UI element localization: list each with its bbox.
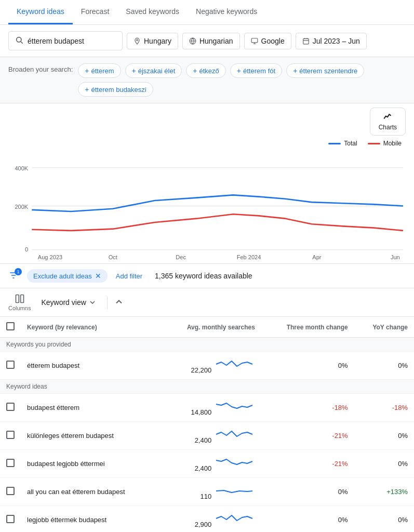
language-label: Hungarian: [199, 37, 233, 45]
row-checkbox-cell: [0, 478, 21, 506]
row-yoy: 0%: [354, 422, 414, 450]
row-checkbox[interactable]: [6, 515, 15, 523]
broaden-chip-1[interactable]: + éjszakai élet: [125, 63, 182, 78]
svg-rect-6: [16, 295, 19, 303]
x-label-jun: Jun: [391, 254, 400, 260]
row-three-month: 0%: [261, 352, 354, 380]
row-checkbox[interactable]: [6, 361, 15, 369]
add-filter-button[interactable]: Add filter: [116, 272, 142, 280]
date-range-label: Jul 2023 – Jun: [313, 37, 360, 45]
row-three-month: -18%: [261, 394, 354, 422]
th-avg-searches[interactable]: Avg. monthly searches: [160, 317, 261, 338]
svg-rect-7: [20, 295, 23, 303]
table-header-row: Keyword (by relevance) Avg. monthly sear…: [0, 317, 414, 338]
location-label: Hungary: [144, 37, 171, 45]
tab-saved-keywords[interactable]: Saved keywords: [117, 0, 188, 24]
location-filter[interactable]: Hungary: [127, 33, 178, 49]
y-label-0: 0: [25, 246, 28, 252]
data-table-container: Keyword (by relevance) Avg. monthly sear…: [0, 317, 414, 532]
language-filter[interactable]: Hungarian: [182, 33, 240, 49]
top-right-area: Charts: [0, 103, 414, 138]
broaden-chip-5[interactable]: + étterem budakeszi: [78, 82, 153, 97]
plus-icon-0: +: [85, 66, 89, 75]
table-row: legjobb éttermek budapest2,900 0%0%: [0, 506, 414, 533]
plus-icon-3: +: [237, 66, 241, 75]
search-query: étterem budapest: [28, 37, 84, 45]
broaden-chip-3[interactable]: + étterem fót: [230, 63, 282, 78]
exclude-adult-close-icon[interactable]: ✕: [95, 272, 101, 280]
table-row: all you can eat étterem budapest110 0%+1…: [0, 478, 414, 506]
language-icon: [189, 37, 196, 45]
legend-total: Total: [328, 140, 357, 147]
th-three-month[interactable]: Three month change: [261, 317, 354, 338]
columns-icon: [15, 294, 25, 304]
th-checkbox: [0, 317, 21, 338]
sparkline-svg: [213, 483, 255, 499]
tab-negative-keywords[interactable]: Negative keywords: [188, 0, 265, 24]
collapse-button[interactable]: [114, 297, 124, 309]
columns-button[interactable]: Columns: [8, 294, 31, 311]
broaden-chip-0[interactable]: + étterem: [78, 63, 121, 78]
header-checkbox[interactable]: [6, 322, 15, 330]
exclude-adult-chip[interactable]: Exclude adult ideas ✕: [27, 269, 108, 283]
search-icon: [15, 36, 23, 46]
total-line: [32, 195, 403, 211]
filter-bar: 1 Exclude adult ideas ✕ Add filter 1,365…: [0, 263, 414, 288]
svg-line-1: [21, 42, 23, 44]
th-yoy[interactable]: YoY change: [354, 317, 414, 338]
row-checkbox[interactable]: [6, 403, 15, 411]
chart-wrapper: 400K 200K 0 Aug 2023 Oct Dec Feb 2024 Ap…: [8, 159, 406, 263]
broaden-chip-label-5: étterem budakeszi: [91, 86, 146, 94]
row-three-month: -21%: [261, 422, 354, 450]
row-avg-searches: 2,400: [160, 450, 261, 478]
row-checkbox[interactable]: [6, 431, 15, 439]
row-checkbox-cell: [0, 422, 21, 450]
chart-svg: 400K 200K 0 Aug 2023 Oct Dec Feb 2024 Ap…: [8, 159, 406, 263]
plus-icon-2: +: [193, 66, 197, 75]
table-section-header: Keyword ideas: [0, 380, 414, 394]
network-filter[interactable]: Google: [244, 33, 291, 49]
keywords-table: Keyword (by relevance) Avg. monthly sear…: [0, 317, 414, 532]
table-controls: Columns Keyword view: [0, 288, 414, 317]
sparkline-svg: [213, 357, 255, 373]
charts-button[interactable]: Charts: [370, 108, 406, 136]
tab-forecast[interactable]: Forecast: [73, 0, 117, 24]
legend-total-line: [328, 143, 341, 144]
filter-icon-button[interactable]: 1: [8, 270, 19, 282]
network-label: Google: [261, 37, 285, 45]
keyword-view-button[interactable]: Keyword view: [37, 295, 100, 310]
chart-area: 400K 200K 0 Aug 2023 Oct Dec Feb 2024 Ap…: [0, 151, 414, 263]
search-box[interactable]: étterem budapest: [8, 31, 123, 50]
svg-point-2: [137, 39, 138, 41]
broaden-chip-2[interactable]: + étkező: [186, 63, 226, 78]
row-keyword: budapest legjobb éttermei: [21, 450, 160, 478]
table-row: különleges étterem budapest2,400 -21%0%: [0, 422, 414, 450]
row-keyword: budapest étterem: [21, 394, 160, 422]
keyword-view-label: Keyword view: [41, 298, 86, 307]
row-checkbox[interactable]: [6, 459, 15, 467]
x-label-dec: Dec: [176, 254, 186, 260]
row-avg-searches: 2,900: [160, 506, 261, 533]
row-keyword: legjobb éttermek budapest: [21, 506, 160, 533]
tab-keyword-ideas[interactable]: Keyword ideas: [8, 0, 73, 24]
broaden-chip-label-0: étterem: [91, 67, 114, 75]
table-section-header: Keywords you provided: [0, 338, 414, 352]
row-checkbox[interactable]: [6, 487, 15, 495]
sparkline-svg: [213, 455, 255, 471]
y-label-400k: 400K: [15, 165, 28, 171]
legend-mobile-label: Mobile: [383, 140, 402, 147]
legend-mobile-line: [368, 143, 380, 144]
table-row: étterem budapest22,200 0%0%: [0, 352, 414, 380]
broaden-chip-label-4: étterem szentendre: [299, 67, 357, 75]
row-checkbox-cell: [0, 450, 21, 478]
charts-button-label: Charts: [379, 124, 397, 131]
search-row: étterem budapest Hungary Hungarian Googl…: [0, 25, 414, 57]
broaden-label: Broaden your search:: [8, 63, 73, 73]
columns-label: Columns: [8, 305, 31, 311]
row-checkbox-cell: [0, 352, 21, 380]
legend-mobile: Mobile: [368, 140, 402, 147]
broaden-chip-4[interactable]: + étterem szentendre: [286, 63, 364, 78]
th-keyword[interactable]: Keyword (by relevance): [21, 317, 160, 338]
svg-rect-5: [303, 38, 309, 44]
date-filter[interactable]: Jul 2023 – Jun: [296, 33, 367, 49]
